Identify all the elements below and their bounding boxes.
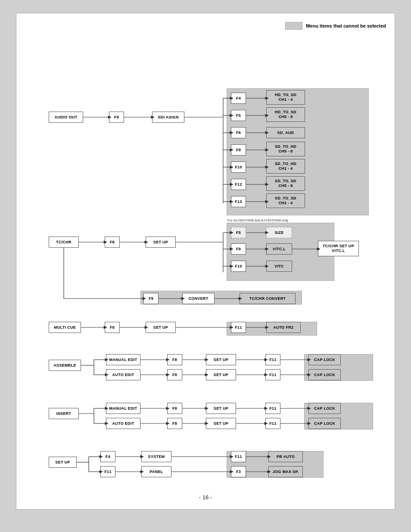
audio-f9-2: F9 [231, 144, 246, 156]
hd-to-sd-ch5: HD_TO_SDCH5 - 8 [266, 107, 305, 122]
convert-node: CONVERT [182, 293, 215, 304]
legend-box [285, 22, 302, 30]
legend: Menu items that cannot be selected [25, 22, 386, 30]
tcchr-f10: F10 [231, 261, 246, 272]
assemble-auto-edit: AUTO EDIT [106, 369, 140, 380]
insert-manual-setup: SET UP [206, 403, 236, 414]
jog-max-sp: JOG MAX SP. [268, 466, 303, 477]
setup-bottom-node: SET UP [49, 457, 77, 468]
audio-out-node: AUDIO OUT [49, 112, 83, 123]
assemble-node: ASSEMBLE [49, 360, 81, 371]
vitcl-node: VITC.L [266, 243, 292, 255]
setup-system-f11: F11 [231, 451, 246, 462]
assemble-manual-setup: SET UP [206, 354, 236, 365]
pb-auto: PB AUTO [268, 451, 303, 462]
assemble-manual-f11: F11 [265, 354, 280, 365]
insert-node: INSERT [49, 408, 79, 419]
convert-f9: F9 [143, 293, 159, 304]
assemble-manual-caplock: CAP LOCK [308, 354, 341, 365]
assemble-manual-f8: F8 [167, 354, 182, 365]
multi-cue-node: MULTI CUE [49, 322, 81, 333]
insert-auto-edit: AUTO EDIT [106, 418, 140, 429]
setup-f4: F4 [100, 451, 115, 462]
sdi-asign-node: SDI ASIGN [152, 112, 184, 123]
tcchr-f9: F9 [231, 243, 246, 255]
insert-manual-edit: MANUAL EDIT [106, 403, 140, 414]
tcchr-note: For AJ-HD3700B and AJ-HD3700A only [227, 218, 288, 222]
tcchr-f5-dashed: F5 [231, 227, 246, 238]
audio-f12: F12 [231, 179, 246, 190]
assemble-manual-edit: MANUAL EDIT [106, 354, 140, 365]
sd-to-hd-ch5: SD_TO_HDCH5 - 8 [266, 142, 305, 156]
insert-manual-f8: F8 [167, 403, 182, 414]
tcchr-setup-vitcl: TC/CHR SET UPVITC.L [318, 241, 359, 256]
sd-to-hd-ch1: SD_TO_HDCH1 - 4 [266, 159, 305, 174]
multicue-f8: F8 [105, 322, 120, 333]
insert-auto-f8: F8 [167, 418, 182, 429]
insert-auto-setup: SET UP [206, 418, 236, 429]
tcchr-convert: TC/CHR CONVERT [240, 293, 296, 304]
assemble-auto-f11: F11 [265, 369, 280, 380]
audio-f10: F10 [231, 162, 246, 173]
assemble-auto-setup: SET UP [206, 369, 236, 380]
insert-auto-caplock: CAP LOCK [308, 418, 341, 429]
legend-text: Menu items that cannot be selected [306, 23, 386, 28]
audio-f13: F13 [231, 196, 246, 207]
setup-panel-f3: F3 [231, 466, 246, 477]
diagram: AUDIO OUT F9 SDI ASIGN F4 HD_TO_SDCH1 - … [25, 37, 386, 490]
assemble-auto-caplock: CAP LOCK [308, 369, 341, 380]
system-node: SYSTEM [141, 451, 171, 462]
insert-manual-caplock: CAP LOCK [308, 403, 341, 414]
audio-f4: F4 [231, 93, 246, 104]
assemble-auto-f8: F8 [167, 369, 182, 380]
audio-f5: F5 [231, 110, 246, 121]
page: Menu items that cannot be selected AUDIO… [16, 13, 395, 510]
auto-frz: AUTO FRZ [266, 322, 301, 333]
tcchr-f8: F8 [105, 236, 120, 248]
sd-to-sd-ch1: SD_TO_SDCH1 - 4 [266, 193, 305, 208]
page-number: - 16 - [25, 494, 386, 501]
audio-out-f9: F9 [109, 112, 124, 123]
tcchr-setup: SET UP [146, 236, 176, 248]
audio-f6: F6 [231, 127, 246, 138]
vitc-node: VITC [266, 261, 292, 272]
hd-to-sd-ch1: HD_TO_SDCH1 - 4 [266, 90, 305, 105]
insert-auto-f11: F11 [265, 418, 280, 429]
panel-node: PANEL [141, 466, 171, 477]
sd-to-sd-ch5: SD_TO_SDCH5 - 8 [266, 176, 305, 191]
setup-f11-panel: F11 [100, 466, 115, 477]
sd-aud: SD_AUD [266, 127, 305, 138]
tc-chr-node: TC/CHR [49, 236, 79, 248]
multicue-setup: SET UP [146, 322, 176, 333]
size-dashed: SIZE [266, 227, 292, 238]
multicue-f11: F11 [231, 322, 246, 333]
insert-manual-f11: F11 [265, 403, 280, 414]
